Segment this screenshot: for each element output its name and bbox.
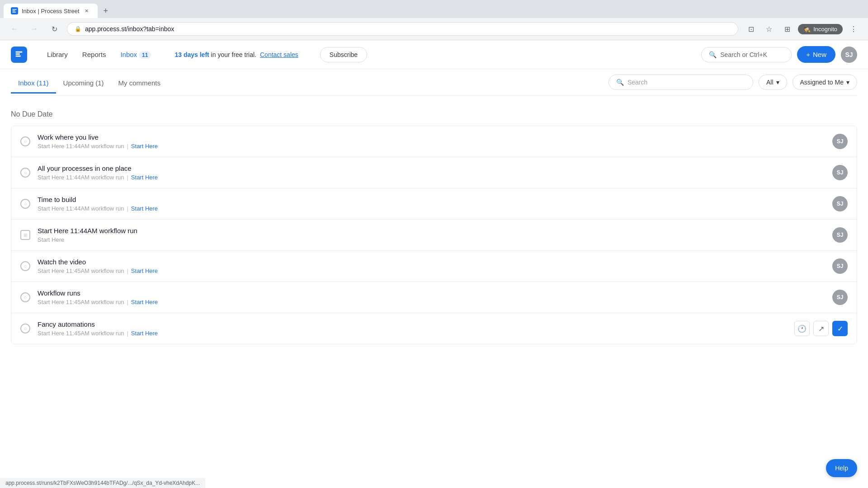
forward-button[interactable]: → [27, 22, 42, 36]
inbox-count-badge: 11 [139, 52, 151, 59]
filter-assigned-button[interactable]: Assigned to Me ▾ [793, 75, 858, 90]
inbox-search[interactable]: 🔍 Search [609, 75, 753, 90]
item-title: Fancy automations [38, 320, 787, 328]
item-link[interactable]: Start Here [131, 143, 158, 150]
inbox-search-placeholder: Search [627, 79, 647, 86]
item-title: Start Here 11:44AM workflow run [38, 227, 825, 235]
close-tab-button[interactable]: ✕ [83, 7, 90, 14]
app-header: Library Reports Inbox11 13 days left in … [0, 40, 868, 69]
separator: | [127, 330, 128, 337]
item-subtitle: Start Here 11:45AM workflow run | Start … [38, 330, 787, 337]
item-workflow: Start Here 11:44AM workflow run [38, 143, 124, 150]
incognito-button[interactable]: 🕵 Incognito [798, 24, 843, 34]
filter-all-button[interactable]: All ▾ [759, 75, 787, 90]
list-item[interactable]: ○ All your processes in one place Start … [11, 157, 857, 188]
item-link[interactable]: Start Here [131, 205, 158, 212]
tab-upcoming[interactable]: Upcoming (1) [56, 72, 111, 94]
item-body: Work where you live Start Here 11:44AM w… [38, 133, 825, 150]
item-check-icon[interactable]: ○ [20, 136, 30, 146]
item-check-icon[interactable]: ○ [20, 168, 30, 178]
item-body: Watch the video Start Here 11:45AM workf… [38, 258, 825, 274]
active-tab[interactable]: Inbox | Process Street ✕ [4, 4, 98, 18]
item-subtitle: Start Here 11:45AM workflow run | Start … [38, 299, 825, 305]
new-button[interactable]: + New [797, 46, 835, 63]
open-button[interactable]: ↗ [813, 321, 829, 336]
nav-reports[interactable]: Reports [77, 47, 112, 62]
item-body: Fancy automations Start Here 11:45AM wor… [38, 320, 787, 337]
item-link[interactable]: Start Here [131, 174, 158, 181]
item-workflow: Start Here 11:44AM workflow run [38, 174, 124, 181]
chevron-down-icon: ▾ [846, 79, 849, 86]
extensions-button[interactable]: ⊞ [780, 22, 794, 36]
content-area: No Due Date ○ Work where you live Start … [11, 96, 857, 355]
search-placeholder: Search or Ctrl+K [720, 51, 767, 58]
incognito-label: Incognito [813, 26, 837, 33]
subscribe-button[interactable]: Subscribe [320, 47, 367, 62]
browser-actions: ⊡ ☆ ⊞ 🕵 Incognito ⋮ [744, 22, 861, 36]
url-text: app.process.st/inbox?tab=inbox [85, 25, 174, 33]
item-title: Watch the video [38, 258, 825, 266]
tabs-row: Inbox (11) Upcoming (1) My comments 🔍 Se… [11, 69, 857, 96]
item-body: Time to build Start Here 11:44AM workflo… [38, 196, 825, 212]
item-body: Workflow runs Start Here 11:45AM workflo… [38, 289, 825, 305]
user-avatar[interactable]: SJ [841, 47, 857, 63]
complete-button[interactable]: ✓ [832, 321, 848, 336]
cast-button[interactable]: ⊡ [744, 22, 758, 36]
contact-sales-link[interactable]: Contact sales [260, 51, 298, 58]
external-link-icon: ↗ [818, 324, 824, 333]
item-check-icon[interactable]: ○ [20, 261, 30, 271]
bookmark-button[interactable]: ☆ [762, 22, 776, 36]
trial-banner: 13 days left in your free trial. Contact… [175, 51, 298, 58]
list-item[interactable]: ○ Work where you live Start Here 11:44AM… [11, 126, 857, 157]
plus-icon: + [806, 51, 810, 58]
app-logo[interactable] [11, 47, 27, 63]
address-bar[interactable]: 🔒 app.process.st/inbox?tab=inbox [67, 22, 738, 36]
browser-tabs: Inbox | Process Street ✕ + [0, 0, 868, 18]
separator: | [127, 205, 128, 212]
item-body: Start Here 11:44AM workflow run Start He… [38, 227, 825, 243]
tab-inbox[interactable]: Inbox (11) [11, 72, 56, 94]
browser-chrome: Inbox | Process Street ✕ + ← → ↻ 🔒 app.p… [0, 0, 868, 40]
avatar: SJ [832, 196, 848, 211]
nav-links: Library Reports Inbox11 [42, 47, 156, 62]
tab-favicon [11, 7, 18, 14]
item-title: All your processes in one place [38, 164, 825, 172]
avatar: SJ [832, 134, 848, 149]
separator: | [127, 143, 128, 150]
back-button[interactable]: ← [7, 22, 22, 36]
item-workflow: Start Here 11:45AM workflow run [38, 330, 124, 337]
item-link[interactable]: Start Here [131, 299, 158, 305]
more-button[interactable]: ⋮ [846, 22, 861, 36]
item-workflow: Start Here 11:45AM workflow run [38, 267, 124, 274]
header-search[interactable]: 🔍 Search or Ctrl+K [701, 47, 792, 62]
clock-icon: 🕐 [797, 324, 807, 333]
item-workflow: Start Here [38, 236, 64, 243]
item-body: All your processes in one place Start He… [38, 164, 825, 181]
table-icon: ⊞ [20, 230, 30, 240]
nav-inbox[interactable]: Inbox11 [115, 47, 156, 62]
item-workflow: Start Here 11:45AM workflow run [38, 299, 124, 305]
due-date-button[interactable]: 🕐 [794, 321, 810, 336]
check-icon: ✓ [837, 324, 843, 333]
separator: | [127, 174, 128, 181]
item-link[interactable]: Start Here [131, 267, 158, 274]
item-check-icon[interactable]: ○ [20, 324, 30, 333]
nav-library[interactable]: Library [42, 47, 73, 62]
list-item[interactable]: ○ Workflow runs Start Here 11:45AM workf… [11, 282, 857, 313]
tab-my-comments[interactable]: My comments [111, 72, 168, 94]
new-tab-button[interactable]: + [99, 5, 112, 17]
item-link[interactable]: Start Here [131, 330, 158, 337]
tab-title: Inbox | Process Street [22, 8, 80, 14]
list-item[interactable]: ○ Fancy automations Start Here 11:45AM w… [11, 313, 857, 344]
refresh-button[interactable]: ↻ [47, 22, 61, 36]
list-item[interactable]: ○ Time to build Start Here 11:44AM workf… [11, 188, 857, 220]
item-check-icon[interactable]: ○ [20, 199, 30, 209]
list-item[interactable]: ○ Watch the video Start Here 11:45AM wor… [11, 251, 857, 282]
items-container: ○ Work where you live Start Here 11:44AM… [11, 126, 857, 344]
item-subtitle: Start Here 11:44AM workflow run | Start … [38, 205, 825, 212]
list-item[interactable]: ⊞ Start Here 11:44AM workflow run Start … [11, 220, 857, 251]
item-subtitle: Start Here 11:44AM workflow run | Start … [38, 143, 825, 150]
item-check-icon[interactable]: ○ [20, 292, 30, 302]
section-title: No Due Date [11, 107, 857, 126]
avatar: SJ [832, 258, 848, 274]
